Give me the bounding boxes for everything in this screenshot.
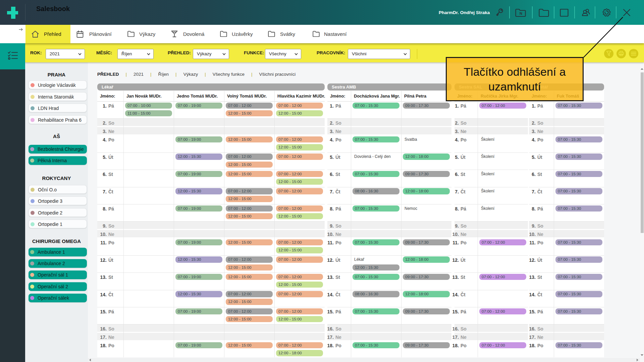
svg-text:N: N — [520, 11, 522, 15]
